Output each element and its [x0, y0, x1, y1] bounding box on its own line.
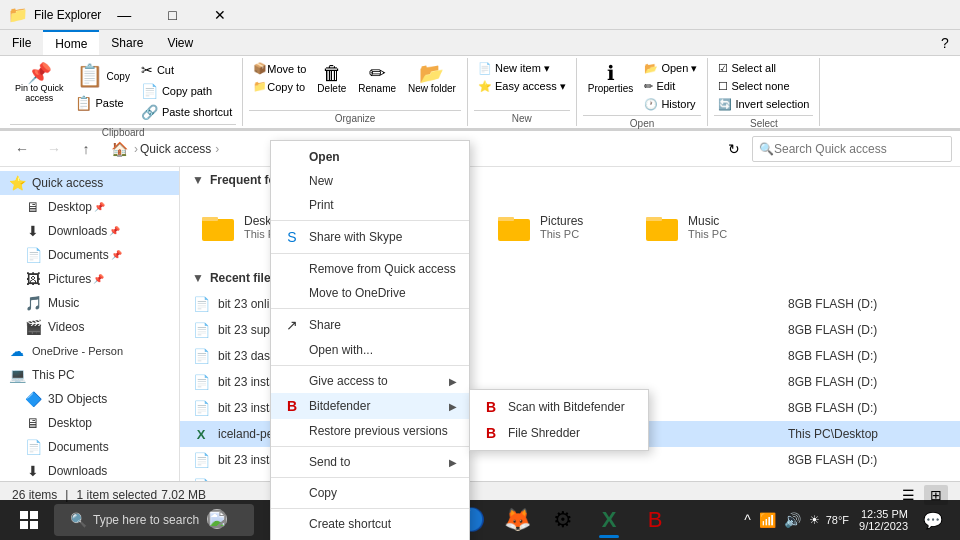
ctx-open[interactable]: Open [271, 145, 469, 169]
search-icon: 🔍 [759, 142, 774, 156]
ctx-share[interactable]: ↗ Share [271, 312, 469, 338]
new-folder-button[interactable]: 📂 New folder [403, 60, 461, 97]
tray-icon-1[interactable]: ^ [742, 510, 753, 530]
sidebar-onedrive-label: OneDrive - Person [32, 345, 123, 357]
ctx-sep-2 [271, 253, 469, 254]
desktop-folder-icon [200, 209, 236, 245]
ctx-bitdefender[interactable]: B Bitdefender ▶ B Scan with Bitdefender … [271, 393, 469, 419]
ctx-new[interactable]: New [271, 169, 469, 193]
properties-button[interactable]: ℹ Properties [583, 60, 639, 97]
rename-button[interactable]: ✏ Rename [353, 60, 401, 97]
move-to-button[interactable]: 📦 Move to [249, 60, 310, 77]
search-input[interactable] [774, 142, 945, 156]
ctx-open-file-location[interactable]: Open file location [271, 536, 469, 540]
start-button[interactable] [4, 500, 54, 540]
ctx-remove-quick[interactable]: Remove from Quick access [271, 257, 469, 281]
sidebar-item-downloads2[interactable]: ⬇ Downloads [0, 459, 179, 481]
tray-volume-icon[interactable]: 🔊 [782, 510, 803, 530]
sidebar-item-music[interactable]: 🎵 Music [0, 291, 179, 315]
taskbar-app-excel[interactable]: X [588, 500, 630, 540]
clipboard-extra: ✂ Cut 📄 Copy path 🔗 Paste shortcut [137, 60, 236, 122]
tab-file[interactable]: File [0, 30, 43, 55]
tab-home[interactable]: Home [43, 30, 99, 55]
sidebar-item-documents2[interactable]: 📄 Documents [0, 435, 179, 459]
notification-button[interactable]: 💬 [918, 500, 948, 540]
folder-tile-pictures[interactable]: Pictures This PC [488, 197, 628, 257]
taskbar-app-firefox[interactable]: 🦊 [496, 500, 538, 540]
file-icon-3: 📄 [192, 347, 210, 365]
downloads-pin: 📌 [109, 226, 120, 236]
desktop2-icon: 🖥 [24, 415, 42, 431]
invert-selection-button[interactable]: 🔄 Invert selection [714, 96, 813, 113]
select-all-button[interactable]: ☑ Select all [714, 60, 813, 77]
copy-label: Copy [107, 71, 130, 82]
breadcrumb-home-icon: 🏠 [111, 141, 128, 157]
paste-button[interactable]: 📋 Paste [71, 93, 135, 113]
breadcrumb-quick-access[interactable]: Quick access [140, 142, 211, 156]
maximize-button[interactable]: □ [149, 0, 195, 30]
ctx-file-shredder-label: File Shredder [508, 426, 580, 440]
sidebar-item-onedrive[interactable]: ☁ OneDrive - Person [0, 339, 179, 363]
select-none-button[interactable]: ☐ Select none [714, 78, 813, 95]
taskbar-app-bitdefender[interactable]: B [634, 500, 676, 540]
skype-icon: S [283, 229, 301, 245]
taskbar-search[interactable]: 🔍 Type here to search [54, 504, 254, 536]
ctx-sep-6 [271, 477, 469, 478]
cut-button[interactable]: ✂ Cut [137, 60, 236, 80]
sidebar-item-desktop[interactable]: 🖥 Desktop 📌 [0, 195, 179, 219]
paste-shortcut-button[interactable]: 🔗 Paste shortcut [137, 102, 236, 122]
new-item-button[interactable]: 📄 New item ▾ [474, 60, 570, 77]
svg-rect-10 [20, 511, 28, 519]
ctx-share-skype[interactable]: S Share with Skype [271, 224, 469, 250]
copy-button[interactable]: 📋 Copy [71, 60, 135, 92]
sidebar-item-videos[interactable]: 🎬 Videos [0, 315, 179, 339]
music-folder-path: This PC [688, 228, 768, 240]
help-button[interactable]: ? [930, 30, 960, 56]
ctx-sep-4 [271, 365, 469, 366]
ctx-create-shortcut[interactable]: Create shortcut [271, 512, 469, 536]
up-button[interactable]: ↑ [72, 135, 100, 163]
open-file-button[interactable]: 📂 Open ▾ [640, 60, 701, 77]
easy-access-button[interactable]: ⭐ Easy access ▾ [474, 78, 570, 95]
ctx-move-onedrive[interactable]: Move to OneDrive [271, 281, 469, 305]
pin-to-quick-button[interactable]: 📌 Pin to Quickaccess [10, 60, 69, 106]
sidebar-item-documents[interactable]: 📄 Documents 📌 [0, 243, 179, 267]
sidebar-item-downloads[interactable]: ⬇ Downloads 📌 [0, 219, 179, 243]
folder-tile-music[interactable]: Music This PC [636, 197, 776, 257]
delete-button[interactable]: 🗑 Delete [312, 60, 351, 97]
close-button[interactable]: ✕ [197, 0, 243, 30]
ctx-restore-label: Restore previous versions [309, 424, 448, 438]
minimize-button[interactable]: — [101, 0, 147, 30]
tray-weather[interactable]: ☀ [807, 511, 822, 529]
sidebar-item-pictures[interactable]: 🖼 Pictures 📌 [0, 267, 179, 291]
ctx-print[interactable]: Print [271, 193, 469, 217]
tab-view[interactable]: View [155, 30, 205, 55]
sidebar-item-quick-access[interactable]: ⭐ Quick access [0, 171, 179, 195]
ctx-restore[interactable]: Restore previous versions [271, 419, 469, 443]
file-icon-5: 📄 [192, 399, 210, 417]
back-button[interactable]: ← [8, 135, 36, 163]
history-button[interactable]: 🕐 History [640, 96, 701, 113]
pin-label: Pin to Quickaccess [15, 83, 64, 103]
sidebar-item-3d-objects[interactable]: 🔷 3D Objects [0, 387, 179, 411]
sidebar-item-desktop2[interactable]: 🖥 Desktop [0, 411, 179, 435]
sidebar-item-this-pc[interactable]: 💻 This PC [0, 363, 179, 387]
ctx-send-to[interactable]: Send to ▶ [271, 450, 469, 474]
copy-to-button[interactable]: 📁 Copy to [249, 78, 310, 95]
tray-wifi-icon[interactable]: 📶 [757, 510, 778, 530]
ctx-open-with[interactable]: Open with... [271, 338, 469, 362]
refresh-button[interactable]: ↻ [720, 135, 748, 163]
tab-share[interactable]: Share [99, 30, 155, 55]
ctx-open-label: Open [309, 150, 340, 164]
ctx-give-access[interactable]: Give access to ▶ [271, 369, 469, 393]
forward-button[interactable]: → [40, 135, 68, 163]
edit-button[interactable]: ✏ Edit [640, 78, 701, 95]
copy-path-button[interactable]: 📄 Copy path [137, 81, 236, 101]
taskbar-clock[interactable]: 12:35 PM 9/12/2023 [853, 508, 914, 532]
taskbar-app-settings[interactable]: ⚙ [542, 500, 584, 540]
select-none-label: ☐ Select none [718, 80, 789, 93]
ctx-scan-bd[interactable]: B Scan with Bitdefender [470, 394, 648, 420]
title-bar-title: File Explorer [34, 8, 101, 22]
ctx-copy[interactable]: Copy [271, 481, 469, 505]
ctx-file-shredder[interactable]: B File Shredder [470, 420, 648, 446]
